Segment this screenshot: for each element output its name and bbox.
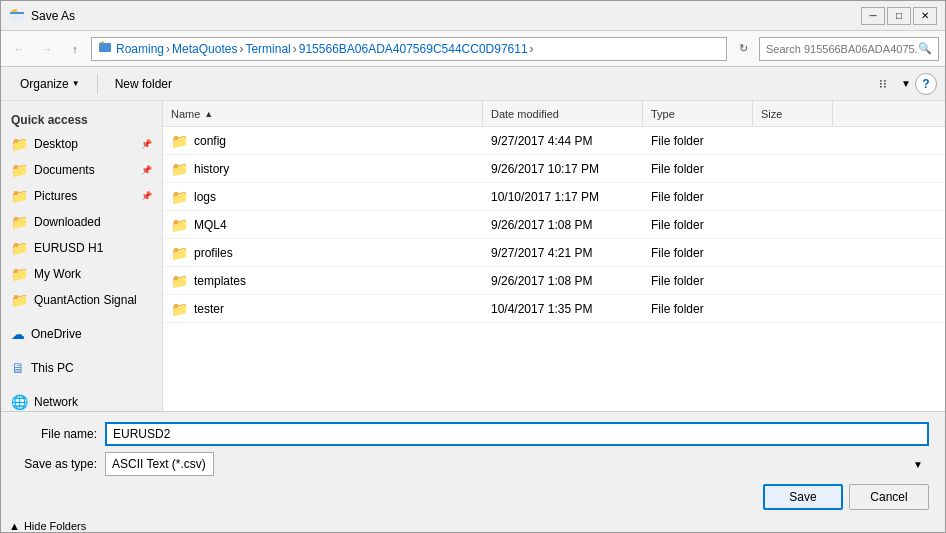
folder-icon: 📁 (11, 240, 28, 256)
breadcrumb-roaming[interactable]: Roaming (116, 42, 164, 56)
folder-icon: 📁 (171, 217, 188, 233)
address-bar: ← → ↑ Roaming › MetaQuotes › Terminal › … (1, 31, 945, 67)
folder-icon: 📁 (11, 136, 28, 152)
sidebar-item-onedrive[interactable]: ☁ OneDrive (1, 321, 162, 347)
folder-icon: 📁 (171, 161, 188, 177)
save-button[interactable]: Save (763, 484, 843, 510)
organize-button[interactable]: Organize ▼ (9, 72, 91, 96)
file-list-area: Name ▲ Date modified Type Size 📁 config (163, 101, 945, 411)
close-button[interactable]: ✕ (913, 7, 937, 25)
filetype-label: Save as type: (17, 457, 97, 471)
minimize-button[interactable]: ─ (861, 7, 885, 25)
table-row[interactable]: 📁 tester 10/4/2017 1:35 PM File folder (163, 295, 945, 323)
file-type: File folder (643, 274, 753, 288)
sidebar-item-mywork[interactable]: 📁 My Work (1, 261, 162, 287)
hide-folders-button[interactable]: ▲ Hide Folders (9, 520, 86, 532)
sidebar-item-label: OneDrive (31, 327, 152, 341)
folder-icon: 📁 (171, 301, 188, 317)
table-row[interactable]: 📁 history 9/26/2017 10:17 PM File folder (163, 155, 945, 183)
search-icon: 🔍 (918, 42, 932, 55)
breadcrumb-guid[interactable]: 915566BA06ADA407569C544CC0D97611 (299, 42, 528, 56)
sidebar-item-desktop[interactable]: 📁 Desktop 📌 (1, 131, 162, 157)
pin-icon: 📌 (141, 139, 152, 149)
filetype-select[interactable]: ASCII Text (*.csv) CSV (*.csv) Excel (*.… (105, 452, 214, 476)
file-name: 📁 logs (163, 189, 483, 205)
search-input[interactable] (766, 43, 918, 55)
filename-input[interactable] (105, 422, 929, 446)
new-folder-button[interactable]: New folder (104, 72, 183, 96)
sidebar-item-label: QuantAction Signal (34, 293, 152, 307)
col-header-size[interactable]: Size (753, 101, 833, 126)
col-header-type[interactable]: Type (643, 101, 753, 126)
sidebar-item-label: Desktop (34, 137, 135, 151)
pin-icon: 📌 (141, 191, 152, 201)
col-header-name[interactable]: Name ▲ (163, 101, 483, 126)
sidebar-item-eurusd[interactable]: 📁 EURUSD H1 (1, 235, 162, 261)
hide-folders-bar: ▲ Hide Folders (1, 516, 945, 532)
search-box[interactable]: 🔍 (759, 37, 939, 61)
sidebar-item-documents[interactable]: 📁 Documents 📌 (1, 157, 162, 183)
sidebar-item-thispc[interactable]: 🖥 This PC (1, 355, 162, 381)
cancel-button[interactable]: Cancel (849, 484, 929, 510)
filetype-row: Save as type: ASCII Text (*.csv) CSV (*.… (17, 452, 929, 476)
computer-icon: 🖥 (11, 360, 25, 376)
table-row[interactable]: 📁 config 9/27/2017 4:44 PM File folder (163, 127, 945, 155)
folder-icon: 📁 (171, 133, 188, 149)
folder-icon: 📁 (171, 189, 188, 205)
view-toggle-button[interactable]: ⁝⁝ (869, 72, 897, 96)
folder-icon: 📁 (11, 292, 28, 308)
breadcrumb[interactable]: Roaming › MetaQuotes › Terminal › 915566… (91, 37, 727, 61)
up-button[interactable]: ↑ (63, 37, 87, 61)
file-date: 9/26/2017 10:17 PM (483, 162, 643, 176)
sidebar-item-network[interactable]: 🌐 Network (1, 389, 162, 411)
folder-icon: 📁 (11, 214, 28, 230)
file-type: File folder (643, 162, 753, 176)
file-date: 9/26/2017 1:08 PM (483, 274, 643, 288)
sidebar-item-label: My Work (34, 267, 152, 281)
hide-folders-arrow: ▲ (9, 520, 20, 532)
table-row[interactable]: 📁 templates 9/26/2017 1:08 PM File folde… (163, 267, 945, 295)
toolbar: Organize ▼ New folder ⁝⁝ ▼ ? (1, 67, 945, 101)
file-rows-container: 📁 config 9/27/2017 4:44 PM File folder 📁… (163, 127, 945, 323)
folder-icon: 📁 (11, 162, 28, 178)
sidebar-divider2 (1, 347, 162, 355)
filetype-select-wrapper: ASCII Text (*.csv) CSV (*.csv) Excel (*.… (105, 452, 929, 476)
sidebar-divider3 (1, 381, 162, 389)
file-name: 📁 config (163, 133, 483, 149)
network-icon: 🌐 (11, 394, 28, 410)
select-arrow-icon: ▼ (913, 459, 923, 470)
breadcrumb-metaquotes[interactable]: MetaQuotes (172, 42, 237, 56)
sidebar-item-pictures[interactable]: 📁 Pictures 📌 (1, 183, 162, 209)
file-type: File folder (643, 246, 753, 260)
back-button[interactable]: ← (7, 37, 31, 61)
view-arrow[interactable]: ▼ (901, 78, 911, 89)
onedrive-icon: ☁ (11, 326, 25, 342)
breadcrumb-terminal[interactable]: Terminal (245, 42, 290, 56)
file-date: 9/27/2017 4:21 PM (483, 246, 643, 260)
refresh-button[interactable]: ↻ (731, 37, 755, 61)
forward-button[interactable]: → (35, 37, 59, 61)
sidebar-item-downloaded[interactable]: 📁 Downloaded (1, 209, 162, 235)
sort-arrow: ▲ (204, 109, 213, 119)
folder-icon: 📁 (171, 245, 188, 261)
col-header-date[interactable]: Date modified (483, 101, 643, 126)
folder-icon: 📁 (171, 273, 188, 289)
sidebar-item-quantaction[interactable]: 📁 QuantAction Signal (1, 287, 162, 313)
sidebar-item-label: Pictures (34, 189, 135, 203)
table-row[interactable]: 📁 profiles 9/27/2017 4:21 PM File folder (163, 239, 945, 267)
maximize-button[interactable]: □ (887, 7, 911, 25)
breadcrumb-folder-icon (98, 40, 112, 57)
file-name: 📁 history (163, 161, 483, 177)
file-date: 9/26/2017 1:08 PM (483, 218, 643, 232)
file-name: 📁 profiles (163, 245, 483, 261)
sidebar-item-label: This PC (31, 361, 152, 375)
sidebar-item-label: Downloaded (34, 215, 152, 229)
help-button[interactable]: ? (915, 73, 937, 95)
table-row[interactable]: 📁 MQL4 9/26/2017 1:08 PM File folder (163, 211, 945, 239)
table-row[interactable]: 📁 logs 10/10/2017 1:17 PM File folder (163, 183, 945, 211)
bottom-area: File name: Save as type: ASCII Text (*.c… (1, 411, 945, 516)
svg-rect-2 (10, 14, 24, 22)
toolbar-right: ⁝⁝ ▼ ? (869, 72, 937, 96)
file-name: 📁 MQL4 (163, 217, 483, 233)
file-list-header: Name ▲ Date modified Type Size (163, 101, 945, 127)
